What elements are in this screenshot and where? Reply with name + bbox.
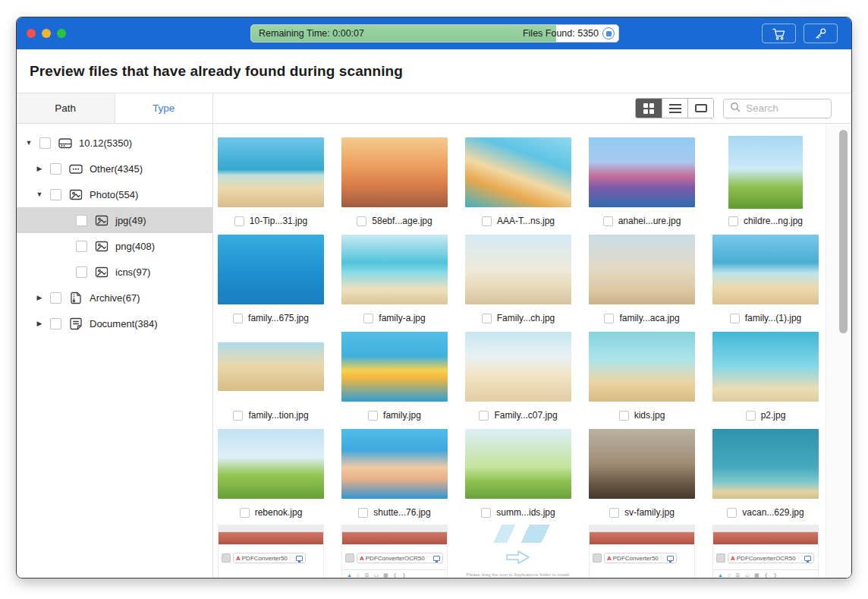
checkbox[interactable] (234, 216, 244, 226)
checkbox[interactable] (482, 314, 492, 323)
photo-thumbnail[interactable] (218, 342, 324, 391)
file-card[interactable]: family...(1).jpg (712, 233, 819, 330)
search-input[interactable] (744, 102, 825, 115)
checkbox[interactable] (730, 314, 740, 323)
checkbox[interactable] (50, 189, 61, 200)
cover-view-button[interactable] (687, 99, 713, 118)
file-card[interactable]: childre...ng.jpg (712, 136, 819, 233)
checkbox[interactable] (368, 411, 378, 421)
file-card[interactable]: summ...ids.jpg (465, 427, 571, 525)
checkbox[interactable] (746, 411, 756, 421)
disclosure-closed-icon[interactable]: ▶ (35, 320, 44, 327)
checkbox[interactable] (479, 411, 489, 421)
close-button[interactable] (27, 29, 36, 38)
checkbox[interactable] (358, 508, 368, 518)
photo-thumbnail[interactable] (728, 136, 803, 209)
photo-thumbnail[interactable] (465, 332, 571, 402)
photo-thumbnail[interactable] (712, 429, 819, 499)
file-card[interactable]: family...aca.jpg (589, 233, 695, 330)
file-card[interactable]: 58ebf...age.jpg (341, 136, 448, 233)
checkbox[interactable] (233, 314, 243, 323)
photo-thumbnail[interactable] (712, 332, 819, 402)
file-card[interactable]: Family...ch.jpg (465, 233, 571, 330)
grid-view-button[interactable] (636, 99, 662, 118)
photo-thumbnail[interactable] (341, 429, 448, 499)
screenshot-thumbnail[interactable]: APDFConverter50〉 (218, 525, 324, 578)
checkbox[interactable] (357, 216, 366, 226)
file-card[interactable]: 10-Tip...31.jpg (218, 136, 324, 233)
photo-thumbnail[interactable] (341, 332, 448, 402)
checkbox[interactable] (482, 216, 492, 226)
checkbox[interactable] (481, 508, 491, 518)
vertical-scrollbar[interactable] (826, 124, 851, 578)
checkbox[interactable] (76, 266, 87, 278)
file-card[interactable]: APDFConverterOCR50〉 ▲⌂☰▭▦❬❭ (712, 525, 819, 578)
tree-item-archive[interactable]: ▶ Archive(67) (17, 285, 212, 311)
tree-item-icns[interactable]: ▶ icns(97) (17, 259, 212, 285)
screenshot-thumbnail[interactable]: APDFConverterOCR50〉 ▲⌂☰▭▦❬❭ (712, 525, 819, 578)
photo-thumbnail[interactable] (341, 137, 448, 207)
checkbox[interactable] (50, 163, 61, 175)
file-card[interactable]: family.jpg (341, 330, 448, 427)
file-card[interactable]: p2.jpg (712, 330, 819, 427)
tree-item-photo[interactable]: ▼ Photo(554) (17, 181, 212, 207)
register-button[interactable] (804, 24, 838, 43)
file-card[interactable]: family...675.jpg (218, 233, 324, 330)
file-card[interactable]: sv-family.jpg (589, 427, 695, 525)
tree-item-png[interactable]: ▶ png(408) (17, 233, 212, 259)
checkbox[interactable] (50, 318, 61, 329)
tree-item-drive[interactable]: ▼ 10.12(5350) (17, 130, 212, 156)
photo-thumbnail[interactable] (589, 332, 695, 402)
file-card[interactable]: APDFConverter50〉 (589, 525, 695, 578)
stop-scan-button[interactable] (602, 27, 615, 39)
checkbox[interactable] (233, 411, 243, 421)
photo-thumbnail[interactable] (589, 137, 695, 207)
screenshot-thumbnail[interactable]: APDFConverter50〉 (589, 525, 695, 578)
tree-item-document[interactable]: ▶ Document(384) (17, 311, 212, 336)
file-card[interactable]: family-a.jpg (341, 233, 448, 330)
photo-thumbnail[interactable] (218, 235, 324, 304)
file-card[interactable]: kids.jpg (589, 330, 695, 427)
file-card[interactable]: Please drag the icon to Applications fol… (465, 525, 571, 578)
file-card[interactable]: Family...c07.jpg (465, 330, 571, 427)
scrollbar-thumb[interactable] (839, 130, 848, 333)
tree-item-jpg[interactable]: ▶ jpg(49) (17, 207, 212, 233)
file-card[interactable]: family...tion.jpg (218, 330, 324, 427)
checkbox[interactable] (240, 508, 250, 518)
file-card[interactable]: AAA-T...ns.jpg (465, 136, 571, 233)
disclosure-open-icon[interactable]: ▼ (35, 191, 44, 198)
checkbox[interactable] (727, 508, 737, 518)
checkbox[interactable] (50, 292, 61, 304)
tab-type[interactable]: Type (115, 93, 213, 123)
tree-item-other[interactable]: ▶ Other(4345) (17, 156, 212, 181)
zoom-button[interactable] (57, 29, 66, 38)
checkbox[interactable] (619, 411, 629, 421)
file-card[interactable]: shutte...76.jpg (341, 427, 448, 525)
list-view-button[interactable] (662, 99, 687, 118)
cart-button[interactable] (762, 24, 796, 43)
photo-thumbnail[interactable] (341, 235, 448, 304)
photo-thumbnail[interactable] (589, 235, 695, 304)
minimize-button[interactable] (42, 29, 51, 38)
checkbox[interactable] (39, 137, 51, 149)
checkbox[interactable] (604, 314, 614, 323)
photo-thumbnail[interactable] (589, 429, 695, 499)
disclosure-open-icon[interactable]: ▼ (24, 139, 33, 147)
checkbox[interactable] (363, 314, 373, 323)
disclosure-closed-icon[interactable]: ▶ (35, 294, 44, 301)
photo-thumbnail[interactable] (465, 235, 571, 304)
checkbox[interactable] (603, 216, 613, 226)
file-card[interactable]: rebenok.jpg (218, 427, 324, 525)
disclosure-closed-icon[interactable]: ▶ (35, 165, 44, 172)
file-card[interactable]: APDFConverterOCR50〉 ▲⌂☰▭▦❬❭ (341, 525, 448, 578)
photo-thumbnail[interactable] (465, 429, 571, 499)
screenshot-thumbnail[interactable]: APDFConverterOCR50〉 ▲⌂☰▭▦❬❭ (341, 525, 448, 578)
checkbox[interactable] (728, 216, 738, 226)
file-card[interactable]: vacan...629.jpg (712, 427, 819, 525)
photo-thumbnail[interactable] (712, 235, 819, 304)
photo-thumbnail[interactable] (465, 137, 571, 207)
checkbox[interactable] (609, 508, 619, 518)
file-card[interactable]: APDFConverter50〉 (218, 525, 324, 578)
checkbox[interactable] (76, 241, 87, 252)
photo-thumbnail[interactable] (218, 429, 324, 499)
